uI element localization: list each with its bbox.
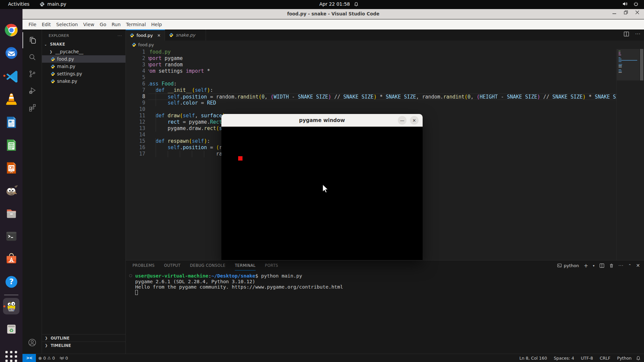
mouse-cursor [321, 184, 330, 194]
activities-button[interactable]: Activities [8, 1, 30, 7]
system-tray[interactable] [622, 1, 639, 7]
vscode-title-bar[interactable]: food.py - snake - Visual Studio Code [22, 9, 644, 19]
pygame-minimize-button[interactable]: — [398, 116, 407, 125]
account-icon[interactable] [22, 335, 42, 351]
volume-icon [622, 1, 628, 7]
run-debug-icon[interactable] [22, 82, 42, 99]
code-line-5[interactable]: 5 [126, 74, 644, 81]
menu-terminal[interactable]: Terminal [124, 21, 148, 28]
panel-tab-output[interactable]: OUTPUT [164, 260, 180, 270]
tab-snake-py[interactable]: snake.py [165, 29, 206, 41]
panel-more-icon[interactable]: ··· [619, 263, 624, 268]
terminal-output[interactable]: user@user-virtual-machine:~/Desktop/snak… [135, 273, 343, 295]
panel-tab-ports[interactable]: PORTS [265, 260, 278, 270]
pygame-close-button[interactable]: ✕ [410, 116, 419, 125]
tree-item-main-py[interactable]: main.py [42, 63, 125, 70]
menu-view[interactable]: View [81, 21, 97, 28]
ports-status[interactable]: 0 [57, 354, 70, 362]
extensions-icon[interactable] [22, 99, 42, 115]
code-line-4[interactable]: 4from settings import * [126, 68, 644, 74]
menu-go[interactable]: Go [97, 21, 108, 28]
code-line-2[interactable]: 2import pygame [126, 55, 644, 62]
minimap[interactable] [616, 49, 639, 260]
code-line-1[interactable]: 1# food.py [126, 49, 644, 55]
breadcrumb-file[interactable]: food.py [138, 42, 154, 47]
split-terminal-icon[interactable] [599, 263, 604, 268]
explorer-icon[interactable] [22, 32, 42, 48]
pygame-title-bar[interactable]: pygame window — ✕ [221, 114, 423, 127]
code-line-9[interactable]: 9 self.color = RED [126, 100, 644, 106]
indentation[interactable]: Spaces: 4 [551, 354, 577, 362]
breadcrumb[interactable]: food.py [126, 41, 644, 49]
code-line-6[interactable]: 6class Food: [126, 81, 644, 87]
dock-gimp-icon[interactable] [3, 182, 19, 199]
menu-edit[interactable]: Edit [39, 21, 53, 28]
code-line-3[interactable]: 3import random [126, 62, 644, 68]
code-line-7[interactable]: 7 def __init__(self): [126, 87, 644, 94]
cursor-position[interactable]: Ln 8, Col 160 [517, 354, 549, 362]
language-mode[interactable]: Python [615, 354, 634, 362]
panel-tabs: PROBLEMSOUTPUTDEBUG CONSOLETERMINALPORTS [132, 260, 278, 270]
terminal-instance[interactable]: python [557, 263, 579, 268]
code-line-10[interactable]: 10 [126, 106, 644, 113]
code-line-8[interactable]: 8 self.position = random.randint(0, (WID… [126, 94, 644, 100]
dock-trash-icon[interactable]: ♻ [3, 321, 19, 337]
close-button[interactable] [635, 10, 639, 14]
close-panel-icon[interactable]: ✕ [636, 263, 640, 268]
python-icon [132, 43, 136, 47]
editor-more-icon[interactable]: ··· [635, 31, 641, 37]
dock-thunderbird-icon[interactable] [3, 45, 19, 61]
dock-pygame-app-icon[interactable] [3, 298, 19, 314]
tab-food-py[interactable]: food.py✕ [126, 29, 165, 41]
kill-terminal-icon[interactable] [609, 263, 614, 268]
tree-item-settings-py[interactable]: settings.py [42, 70, 125, 77]
terminal-dropdown-icon[interactable]: ▾ [593, 264, 595, 267]
clock-menu[interactable]: Apr 22 01:58 [319, 1, 359, 7]
minimize-button[interactable] [612, 10, 616, 14]
dock-terminal-icon[interactable] [3, 228, 19, 244]
focused-app-indicator[interactable]: main.py [40, 1, 66, 7]
problems-status[interactable]: ⊗0 ⚠0 [36, 354, 57, 362]
panel-tab-terminal[interactable]: TERMINAL [235, 260, 256, 270]
dock-libreoffice-writer-icon[interactable] [3, 114, 19, 130]
menu-selection[interactable]: Selection [54, 21, 80, 28]
tree-item-food-py[interactable]: food.py [42, 55, 125, 63]
explorer-more-icon[interactable]: ··· [118, 34, 122, 38]
eol-sequence[interactable]: CRLF [597, 354, 613, 362]
dock-app-grid-icon[interactable] [3, 348, 19, 362]
dock-libreoffice-impress-icon[interactable] [3, 160, 19, 176]
timeline-section[interactable]: ❯TIMELINE [42, 342, 125, 349]
outline-section[interactable]: ❯OUTLINE [42, 334, 125, 342]
encoding[interactable]: UTF-8 [579, 354, 595, 362]
tree-item--pycache-[interactable]: ❯__pycache__ [42, 48, 125, 55]
dock-vlc-icon[interactable] [3, 91, 19, 107]
panel-tab-debug-console[interactable]: DEBUG CONSOLE [190, 260, 225, 270]
menu-help[interactable]: Help [149, 21, 164, 28]
terminal-icon [557, 263, 562, 268]
dock-help-icon[interactable]: ? [3, 274, 19, 290]
tree-section-snake[interactable]: ⌄SNAKE [42, 41, 125, 48]
editor-scrollbar[interactable] [640, 49, 643, 80]
panel-tab-problems[interactable]: PROBLEMS [132, 260, 155, 270]
menu-file[interactable]: File [26, 21, 39, 28]
search-icon[interactable] [22, 49, 42, 65]
tree-item-snake-py[interactable]: snake.py [42, 77, 125, 85]
ubuntu-dock: ? ♻ [0, 9, 22, 362]
svg-text:?: ? [9, 277, 13, 286]
running-indicator [3, 305, 5, 307]
restore-button[interactable] [624, 10, 628, 14]
split-editor-icon[interactable] [624, 31, 629, 37]
dock-ubuntu-software-icon[interactable] [3, 251, 19, 267]
remote-indicator[interactable]: >< [22, 354, 36, 362]
dock-files-icon[interactable] [3, 205, 19, 222]
command-decoration[interactable] [129, 274, 132, 277]
menu-run[interactable]: Run [109, 21, 123, 28]
maximize-panel-icon[interactable]: ⌃ [628, 263, 631, 268]
source-control-icon[interactable] [22, 66, 42, 82]
dock-vscode-icon[interactable] [3, 67, 19, 84]
new-terminal-icon[interactable]: + [584, 262, 588, 269]
dock-chrome-icon[interactable] [3, 22, 19, 38]
notifications-bell-icon[interactable] [636, 356, 641, 361]
dock-libreoffice-calc-icon[interactable] [3, 137, 19, 153]
close-tab-icon[interactable]: ✕ [157, 33, 161, 38]
